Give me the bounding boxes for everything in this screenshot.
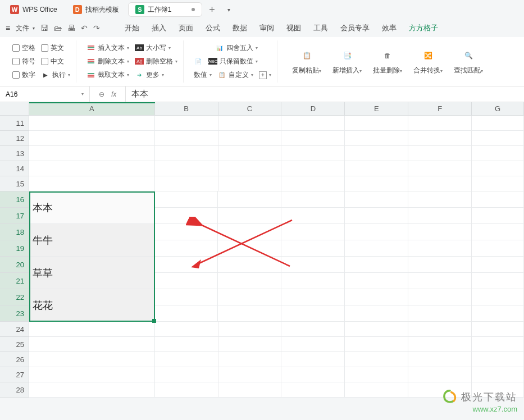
keepnum-button[interactable]: ABC只保留数值▾ <box>208 57 258 66</box>
cell-B11[interactable] <box>155 116 218 131</box>
row-15[interactable]: 15 <box>0 176 29 191</box>
menu-page[interactable]: 页面 <box>179 23 193 33</box>
redo-icon[interactable]: ↷ <box>93 24 100 33</box>
open-icon[interactable]: 🗁 <box>54 24 62 33</box>
row-14[interactable]: 14 <box>0 161 29 176</box>
execute-button[interactable]: ▶执行▾ <box>41 70 70 80</box>
tab-list-button[interactable]: ▾ <box>221 2 236 17</box>
row-18[interactable]: 18 <box>0 224 29 240</box>
custom-icon: 📋 <box>217 71 226 80</box>
delete-text-button[interactable]: 删除文本▾ <box>86 57 129 66</box>
formula-input[interactable]: 本本 <box>126 89 154 99</box>
col-A[interactable]: A <box>29 102 155 115</box>
menu-review[interactable]: 审阅 <box>259 23 274 33</box>
batch-delete-button[interactable]: 🗑批量删除▾ <box>368 45 407 77</box>
row-26[interactable]: 26 <box>0 352 29 367</box>
cell-G11[interactable] <box>472 116 524 131</box>
cell-A25[interactable] <box>29 337 155 352</box>
cell-A26[interactable] <box>29 352 155 367</box>
undo-icon[interactable]: ↶ <box>81 24 88 33</box>
cell-E11[interactable] <box>345 116 408 131</box>
custom-button[interactable]: 📋自定义▾ <box>217 70 253 80</box>
cell-A14[interactable] <box>29 161 155 176</box>
cell-A11[interactable] <box>29 116 155 131</box>
cell-F11[interactable] <box>408 116 472 131</box>
add-tab-button[interactable]: + <box>204 2 219 17</box>
check-space[interactable]: 空格 <box>12 43 35 53</box>
cell-A12[interactable] <box>29 131 155 146</box>
merge-button[interactable]: 🔀合并转换▾ <box>409 45 447 77</box>
delete-space-button[interactable]: A▯删除空格▾ <box>135 57 177 66</box>
cell-A13[interactable] <box>29 146 155 161</box>
check-chinese[interactable]: 中文 <box>41 57 64 66</box>
cell-A22[interactable]: 花花 <box>29 289 154 322</box>
cell-C11[interactable] <box>218 116 282 131</box>
print-icon[interactable]: 🖶 <box>67 24 75 33</box>
row-11[interactable]: 11 <box>0 116 29 131</box>
row-19[interactable]: 19 <box>0 240 29 257</box>
row-16[interactable]: 16 <box>0 191 29 208</box>
cell-A27[interactable] <box>29 367 155 382</box>
row-25[interactable]: 25 <box>0 337 29 352</box>
find-match-button[interactable]: 🔍查找匹配▾ <box>449 45 487 77</box>
row-12[interactable]: 12 <box>0 131 29 146</box>
check-symbol[interactable]: 符号 <box>12 57 35 66</box>
cell-A24[interactable] <box>29 322 155 337</box>
row-21[interactable]: 21 <box>0 273 29 289</box>
col-E[interactable]: E <box>345 102 408 115</box>
tab-wps-office[interactable]: W WPS Office <box>3 2 64 17</box>
row-13[interactable]: 13 <box>0 146 29 161</box>
cell-A18[interactable]: 牛牛 <box>29 224 154 257</box>
row-22[interactable]: 22 <box>0 289 29 305</box>
menu-formula[interactable]: 公式 <box>206 23 220 33</box>
more-button[interactable]: ➔更多▾ <box>135 70 164 80</box>
new-insert-icon: 📑 <box>339 48 355 63</box>
value-button[interactable]: 📄 <box>194 58 203 65</box>
ribbon-group-actions: 📋复制粘贴▾ 📑新增插入▾ 🗑批量删除▾ 🔀合并转换▾ 🔍查找匹配▾ <box>282 40 493 83</box>
tab-workbook[interactable]: S 工作簿1 <box>128 2 203 17</box>
col-D[interactable]: D <box>281 102 345 115</box>
row-24[interactable]: 24 <box>0 322 29 337</box>
row-20[interactable]: 20 <box>0 257 29 273</box>
col-B[interactable]: B <box>155 102 218 115</box>
plus-button[interactable]: +▾ <box>259 71 271 79</box>
row-17[interactable]: 17 <box>0 208 29 224</box>
menu-start[interactable]: 开始 <box>125 23 139 33</box>
col-C[interactable]: C <box>218 102 282 115</box>
cell-D11[interactable] <box>281 116 345 131</box>
tab-docer[interactable]: D 找稻壳模板 <box>66 2 126 17</box>
menu-fanggezi[interactable]: 方方格子 <box>409 23 438 33</box>
name-box[interactable]: A16 ▾ <box>0 86 90 102</box>
cancel-icon[interactable]: ⊖ <box>99 90 104 98</box>
plus-icon: + <box>259 71 267 79</box>
file-menu[interactable]: 文件▾ <box>16 24 35 33</box>
col-G[interactable]: G <box>472 102 524 115</box>
save-icon[interactable]: 🖫 <box>40 24 48 33</box>
cell-A20[interactable]: 草草 <box>29 257 154 289</box>
select-all-corner[interactable] <box>0 102 29 115</box>
menu-tools[interactable]: 工具 <box>313 23 328 33</box>
fx-icon[interactable]: fx <box>111 90 116 98</box>
menu-efficiency[interactable]: 效率 <box>382 23 397 33</box>
menu-data[interactable]: 数据 <box>233 23 247 33</box>
col-F[interactable]: F <box>408 102 472 115</box>
menu-member[interactable]: 会员专享 <box>340 23 370 33</box>
value-label[interactable]: 数值▾ <box>194 70 212 80</box>
check-number[interactable]: 数字 <box>12 70 35 80</box>
check-english[interactable]: 英文 <box>41 43 64 53</box>
insert-text-button[interactable]: 插入文本▾ <box>86 43 129 53</box>
round-button[interactable]: 📊四舍五入▾ <box>215 43 258 53</box>
cell-A28[interactable] <box>29 382 155 398</box>
new-insert-button[interactable]: 📑新增插入▾ <box>328 45 366 77</box>
case-button[interactable]: Ab大小写▾ <box>135 43 171 53</box>
row-27[interactable]: 27 <box>0 367 29 382</box>
menu-icon[interactable]: ≡ <box>6 24 10 33</box>
row-28[interactable]: 28 <box>0 382 29 398</box>
cell-A15[interactable] <box>29 176 155 191</box>
cell-A16[interactable]: 本本 <box>29 191 154 224</box>
menu-view[interactable]: 视图 <box>286 23 301 33</box>
extract-text-button[interactable]: 截取文本▾ <box>86 70 129 80</box>
menu-insert[interactable]: 插入 <box>152 23 166 33</box>
copy-paste-button[interactable]: 📋复制粘贴▾ <box>288 45 326 77</box>
row-23[interactable]: 23 <box>0 305 29 322</box>
